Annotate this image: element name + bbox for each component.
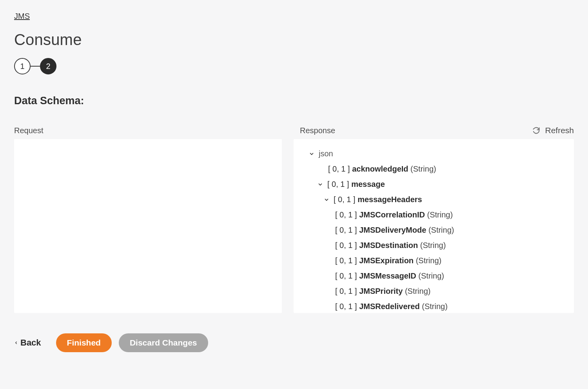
chevron-down-icon	[309, 151, 315, 157]
back-button[interactable]: Back	[14, 338, 41, 348]
breadcrumb-link[interactable]: JMS	[14, 12, 30, 21]
tree-node-label: [ 0, 1 ] JMSDestination (String)	[335, 239, 446, 251]
chevron-left-icon	[14, 340, 18, 346]
tree-node: [ 0, 1 ] JMSCorrelationID (String)	[300, 207, 568, 223]
finished-button[interactable]: Finished	[56, 333, 112, 352]
refresh-icon	[532, 127, 540, 134]
chevron-down-icon	[323, 197, 330, 203]
refresh-button[interactable]: Refresh	[532, 126, 574, 135]
discard-changes-button[interactable]: Discard Changes	[119, 333, 208, 352]
tree-node-label: [ 0, 1 ] acknowledgeId (String)	[328, 163, 436, 175]
refresh-label: Refresh	[545, 126, 574, 135]
tree-node: [ 0, 1 ] JMSExpiration (String)	[300, 253, 568, 268]
response-column-label: Response	[300, 126, 335, 135]
stepper: 1 2	[14, 58, 574, 74]
tree-node: [ 0, 1 ] JMSDestination (String)	[300, 238, 568, 253]
tree-node-label: [ 0, 1 ] JMSDeliveryMode (String)	[335, 224, 454, 236]
step-2[interactable]: 2	[40, 58, 56, 74]
schema-list: [ 0, 1 ] acknowledgeId (String)[ 0, 1 ] …	[300, 161, 568, 313]
tree-node-label: [ 0, 1 ] JMSPriority (String)	[335, 285, 430, 297]
section-heading: Data Schema:	[14, 95, 574, 107]
tree-node-label: [ 0, 1 ] JMSExpiration (String)	[335, 255, 441, 267]
tree-node-label: [ 0, 1 ] JMSCorrelationID (String)	[335, 209, 453, 221]
tree-node-label: [ 0, 1 ] messageHeaders	[334, 194, 422, 206]
tree-node: [ 0, 1 ] JMSPriority (String)	[300, 284, 568, 299]
tree-node-label: [ 0, 1 ] message	[327, 178, 385, 190]
request-column-label: Request	[14, 126, 288, 135]
tree-node[interactable]: [ 0, 1 ] messageHeaders	[300, 192, 568, 207]
tree-node[interactable]: [ 0, 1 ] message	[300, 177, 568, 192]
chevron-down-icon	[317, 181, 323, 188]
response-panel: json [ 0, 1 ] acknowledgeId (String)[ 0,…	[294, 139, 574, 313]
tree-node: [ 0, 1 ] JMSRedelivered (String)	[300, 299, 568, 313]
page-title: Consume	[14, 31, 574, 49]
tree-node: [ 0, 1 ] JMSDeliveryMode (String)	[300, 223, 568, 238]
tree-node-label: [ 0, 1 ] JMSMessageID (String)	[335, 270, 444, 282]
tree-root[interactable]: json	[300, 146, 568, 161]
tree-node: [ 0, 1 ] JMSMessageID (String)	[300, 268, 568, 284]
back-label: Back	[20, 338, 41, 348]
tree-node-label: [ 0, 1 ] JMSRedelivered (String)	[335, 300, 448, 313]
step-connector	[31, 66, 40, 67]
request-panel	[14, 139, 282, 313]
tree-node: [ 0, 1 ] acknowledgeId (String)	[300, 161, 568, 177]
step-1[interactable]: 1	[14, 58, 31, 74]
tree-root-label: json	[319, 148, 333, 160]
